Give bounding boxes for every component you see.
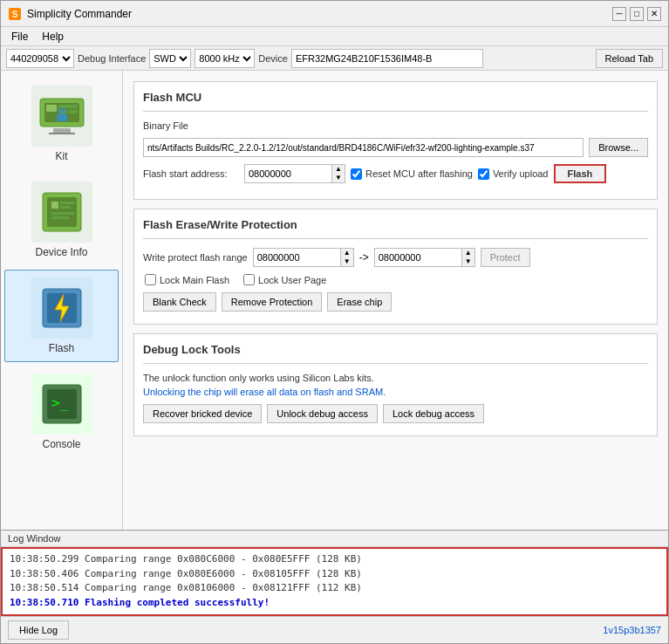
verify-checkbox-group: Verify upload <box>478 168 549 180</box>
console-icon: >_ <box>31 373 92 435</box>
log-line: 10:38:50.514 Comparing range 0x08106000 … <box>10 581 659 596</box>
range-from-down[interactable]: ▼ <box>341 257 353 266</box>
lock-main-flash-checkbox[interactable] <box>145 274 156 285</box>
flash-button[interactable]: Flash <box>554 164 607 183</box>
flash-address-up[interactable]: ▲ <box>332 165 345 174</box>
menu-bar: File Help <box>1 27 668 46</box>
log-section: Log Window 10:38:50.299 Comparing range … <box>1 530 668 643</box>
range-from-up[interactable]: ▲ <box>341 249 353 257</box>
toolbar: 440209058 Debug Interface SWD 8000 kHz D… <box>1 46 668 71</box>
range-to-input[interactable] <box>374 248 461 267</box>
log-line: 10:38:50.710 Flashing completed successf… <box>10 596 659 611</box>
binary-file-row: Binary File <box>143 120 648 131</box>
lock-debug-button[interactable]: Lock debug access <box>383 404 484 423</box>
flash-address-spinbox: ▲ ▼ <box>244 164 345 183</box>
debug-lock-title: Debug Lock Tools <box>143 343 648 356</box>
range-from-spinbox: ▲ ▼ <box>253 248 354 267</box>
range-to-down[interactable]: ▼ <box>462 257 474 266</box>
unlock-debug-button[interactable]: Unlock debug access <box>267 404 378 423</box>
debug-buttons-row: Recover bricked device Unlock debug acce… <box>143 404 648 423</box>
lock-main-flash-group: Lock Main Flash <box>145 274 229 285</box>
sidebar-item-console[interactable]: >_ Console <box>4 366 119 458</box>
sidebar: Kit Device Info <box>1 71 123 530</box>
verify-upload-checkbox[interactable] <box>478 168 489 180</box>
sidebar-item-device-info[interactable]: Device Info <box>4 174 119 266</box>
svg-text:S: S <box>12 10 18 19</box>
blank-check-button[interactable]: Blank Check <box>143 292 216 312</box>
lock-main-flash-label: Lock Main Flash <box>160 275 229 285</box>
sidebar-flash-label: Flash <box>49 342 74 354</box>
lock-user-page-group: Lock User Page <box>243 274 326 285</box>
frequency-select[interactable]: 8000 kHz <box>195 49 255 68</box>
svg-rect-15 <box>60 202 74 204</box>
right-panel: Flash MCU Binary File Browse... Flash st… <box>123 71 668 530</box>
device-id-select[interactable]: 440209058 <box>6 49 74 68</box>
app-title: Simplicity Commander <box>27 8 132 20</box>
svg-rect-16 <box>60 206 71 209</box>
recover-bricked-button[interactable]: Recover bricked device <box>143 404 262 423</box>
svg-rect-14 <box>51 202 58 209</box>
erase-chip-button[interactable]: Erase chip <box>327 292 392 312</box>
debug-interface-label: Debug Interface <box>78 53 146 64</box>
app-icon: S <box>8 7 22 21</box>
remove-protection-button[interactable]: Remove Protection <box>222 292 323 312</box>
reset-checkbox-group: Reset MCU after flashing <box>351 168 473 180</box>
flash-address-row: Flash start address: ▲ ▼ Reset MCU after… <box>143 164 648 183</box>
log-line: 10:38:50.299 Comparing range 0x080C6000 … <box>10 552 659 567</box>
sidebar-kit-label: Kit <box>55 150 67 162</box>
hide-log-button[interactable]: Hide Log <box>8 620 69 640</box>
reload-tab-button[interactable]: Reload Tab <box>596 49 663 68</box>
debug-info-line2: Unlocking the chip will erase all data o… <box>143 387 648 397</box>
svg-rect-17 <box>51 212 74 215</box>
device-label: Device <box>258 53 288 64</box>
flash-address-input[interactable] <box>244 164 331 183</box>
main-content: Kit Device Info <box>1 71 668 530</box>
close-button[interactable]: ✕ <box>647 7 661 21</box>
reset-mcu-checkbox[interactable] <box>351 168 362 180</box>
menu-help[interactable]: Help <box>35 29 71 45</box>
title-bar: S Simplicity Commander ─ □ ✕ <box>1 1 668 27</box>
svg-rect-5 <box>58 105 78 108</box>
reset-mcu-label: Reset MCU after flashing <box>365 168 473 179</box>
debug-interface-select[interactable]: SWD <box>149 49 191 68</box>
flash-mcu-section: Flash MCU Binary File Browse... Flash st… <box>133 81 658 200</box>
range-from-input[interactable] <box>253 248 340 267</box>
minimize-button[interactable]: ─ <box>612 7 626 21</box>
sidebar-item-flash[interactable]: Flash <box>4 270 119 362</box>
binary-file-label: Binary File <box>143 120 239 131</box>
sidebar-console-label: Console <box>42 438 80 450</box>
log-title: Log Window <box>1 531 668 547</box>
flash-icon <box>31 277 92 339</box>
sidebar-item-kit[interactable]: Kit <box>4 78 119 170</box>
svg-rect-4 <box>46 105 57 112</box>
range-to-up[interactable]: ▲ <box>462 249 474 257</box>
log-line: 10:38:50.406 Comparing range 0x080E6000 … <box>10 567 659 582</box>
range-to-arrows: ▲ ▼ <box>461 248 475 267</box>
lock-checkboxes-row: Lock Main Flash Lock User Page <box>145 274 648 285</box>
kit-icon <box>31 86 92 147</box>
log-footer: Hide Log 1v15p3b1357 <box>1 616 668 643</box>
svg-rect-18 <box>51 216 69 219</box>
flash-address-arrows: ▲ ▼ <box>331 164 345 183</box>
device-name-input[interactable] <box>291 49 483 68</box>
browse-button[interactable]: Browse... <box>589 138 648 157</box>
menu-file[interactable]: File <box>4 29 35 45</box>
lock-user-page-label: Lock User Page <box>258 275 326 285</box>
write-protect-row: Write protect flash range ▲ ▼ -> ▲ ▼ <box>143 248 648 267</box>
svg-rect-7 <box>69 110 78 113</box>
flash-protection-section: Flash Erase/Write Protection Write prote… <box>133 209 658 325</box>
sidebar-device-info-label: Device Info <box>35 246 87 258</box>
flash-protection-title: Flash Erase/Write Protection <box>143 218 648 231</box>
device-info-icon <box>31 182 92 243</box>
lock-user-page-checkbox[interactable] <box>243 274 255 285</box>
log-content: 10:38:50.299 Comparing range 0x080C6000 … <box>1 547 668 616</box>
verify-upload-label: Verify upload <box>493 168 549 179</box>
binary-file-input[interactable] <box>143 138 584 157</box>
protect-button[interactable]: Protect <box>481 248 530 267</box>
protection-buttons-row: Blank Check Remove Protection Erase chip <box>143 292 648 312</box>
maximize-button[interactable]: □ <box>630 7 644 21</box>
svg-text:>_: >_ <box>51 394 69 411</box>
debug-info-line1: The unlock function only works using Sil… <box>143 373 648 383</box>
flash-address-down[interactable]: ▼ <box>332 174 345 182</box>
title-bar-left: S Simplicity Commander <box>8 7 132 21</box>
